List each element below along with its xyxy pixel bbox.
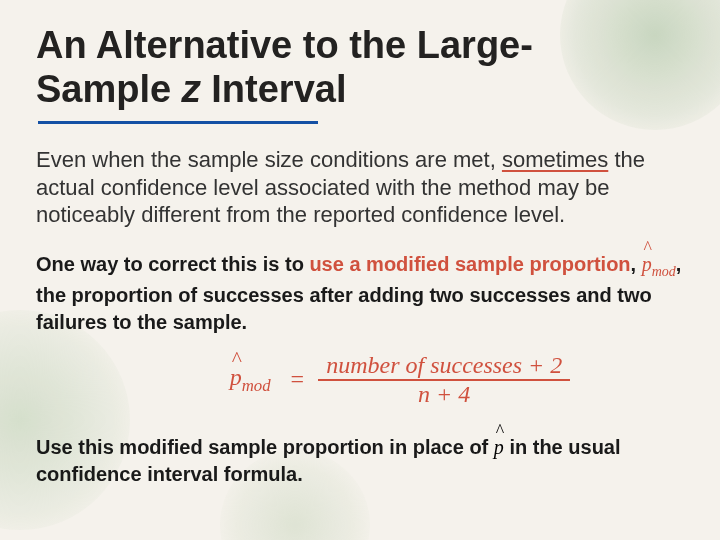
body-paragraph-1: Even when the sample size conditions are… [36,146,684,229]
slide: An Alternative to the Large- Sample z In… [0,0,720,540]
p1-pre: Even when the sample size conditions are… [36,147,502,172]
equals-sign: = [291,366,305,393]
formula: ^pmod = number of successes + 2 n + 4 [116,352,684,408]
title-line-1: An Alternative to the Large- [36,24,533,66]
slide-title: An Alternative to the Large- Sample z In… [36,24,684,111]
phat-mod-symbol: ^pmod [642,251,676,282]
body-paragraph-3: Use this modified sample proportion in p… [36,434,684,488]
title-line-2a: Sample [36,68,182,110]
title-line-2b: Interval [201,68,347,110]
formula-fraction: number of successes + 2 n + 4 [318,352,570,408]
body-paragraph-2: One way to correct this is to use a modi… [36,251,684,336]
formula-denominator: n + 4 [318,381,570,408]
p4-a: Use this modified sample proportion in p… [36,436,494,458]
decorative-circle [0,310,130,530]
title-z: z [182,68,201,110]
phat-mod-symbol: ^pmod [230,364,271,396]
p1-emphasis: sometimes [502,147,608,172]
p2-c: , [631,253,642,275]
title-underline [38,121,318,124]
formula-lhs: ^pmod [230,364,271,396]
formula-numerator: number of successes + 2 [318,352,570,381]
p2-a: One way to correct this is to [36,253,309,275]
phat-symbol: ^p [494,434,504,461]
p2-b: use a modified sample proportion [309,253,630,275]
